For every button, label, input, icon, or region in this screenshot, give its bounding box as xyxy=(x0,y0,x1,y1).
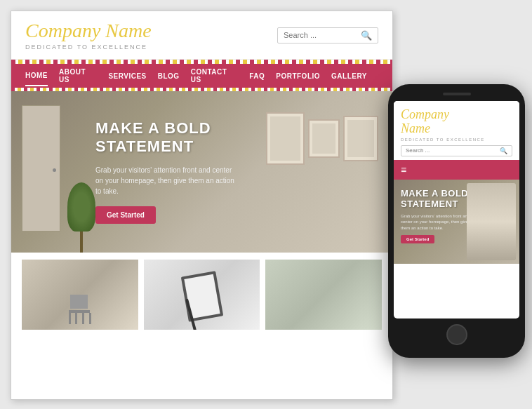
phone-search-input[interactable] xyxy=(406,147,500,154)
nav-item-contact[interactable]: CONTACT US xyxy=(191,62,239,89)
nav-item-home[interactable]: HOME xyxy=(25,66,48,86)
hero-content: MAKE A BOLD STATEMENT Grab your visitors… xyxy=(95,119,236,224)
site-header: Company Name DEDICATED TO EXCELLENCE 🔍 xyxy=(11,11,392,60)
nav-item-faq[interactable]: FAQ xyxy=(249,67,265,86)
phone-logo-title: Company Name xyxy=(401,108,512,136)
site-nav: HOME ABOUT US SERVICES BLOG CONTACT US F… xyxy=(11,64,392,88)
frame-2-inner xyxy=(312,123,335,154)
desktop-mockup: Company Name DEDICATED TO EXCELLENCE 🔍 H… xyxy=(11,11,393,400)
phone-search-area[interactable]: 🔍 xyxy=(401,145,512,156)
hero-subtitle: Grab your visitors' attention front and … xyxy=(95,165,236,196)
chair-leg-2 xyxy=(75,313,77,324)
phone-nav[interactable]: ≡ xyxy=(394,160,519,180)
gallery-thumb-2[interactable] xyxy=(144,260,260,330)
gallery-thumb-3[interactable] xyxy=(265,260,382,330)
frame-1 xyxy=(266,112,305,165)
nav-item-blog[interactable]: BLOG xyxy=(158,67,180,86)
logo-area: Company Name DEDICATED TO EXCELLENCE xyxy=(25,20,152,51)
hero-door-decoration xyxy=(22,105,60,232)
nav-item-services[interactable]: SERVICES xyxy=(108,67,146,86)
nav-item-portfolio[interactable]: PORTFOLIO xyxy=(276,67,320,86)
frame-3 xyxy=(343,116,378,161)
phone-hero-image xyxy=(467,183,516,260)
frame-3-inner xyxy=(347,120,374,157)
phone-header: Company Name DEDICATED TO EXCELLENCE 🔍 xyxy=(394,101,519,160)
phone-screen: Company Name DEDICATED TO EXCELLENCE 🔍 ≡… xyxy=(394,101,519,319)
notebook-decoration xyxy=(180,271,223,322)
chair-leg-1 xyxy=(69,313,71,324)
phone-hero-cta-button[interactable]: Get Started xyxy=(401,235,434,243)
phone-search-icon: 🔍 xyxy=(500,147,507,154)
chair-decoration xyxy=(69,295,91,324)
hero-cta-button[interactable]: Get Started xyxy=(95,206,156,224)
phone-speaker xyxy=(443,93,471,95)
search-area[interactable]: 🔍 xyxy=(277,27,378,43)
chair-leg-3 xyxy=(82,313,84,324)
chair-back xyxy=(70,295,88,309)
search-icon: 🔍 xyxy=(361,30,372,41)
frame-1-inner xyxy=(270,116,300,161)
gallery-thumb-1[interactable] xyxy=(22,260,138,330)
chair-leg-4 xyxy=(89,313,91,324)
frame-2 xyxy=(308,119,340,158)
nav-item-about[interactable]: ABOUT US xyxy=(59,62,97,89)
search-input[interactable] xyxy=(284,31,361,39)
logo-subtitle: DEDICATED TO EXCELLENCE xyxy=(25,43,152,51)
gallery-strip xyxy=(11,253,392,337)
plant-leaves xyxy=(67,182,95,232)
nav-item-gallery[interactable]: GALLERY xyxy=(331,67,367,86)
wall-frames xyxy=(266,112,378,165)
phone-hero-image-inner xyxy=(467,183,516,260)
chair-legs xyxy=(69,313,91,324)
hero-section: MAKE A BOLD STATEMENT Grab your visitors… xyxy=(11,91,392,253)
hamburger-icon[interactable]: ≡ xyxy=(401,164,406,175)
hero-plant-decoration xyxy=(67,182,95,253)
door-knob xyxy=(53,168,56,172)
plant-stem xyxy=(80,232,83,253)
phone-mockup: Company Name DEDICATED TO EXCELLENCE 🔍 ≡… xyxy=(388,84,525,358)
hero-title: MAKE A BOLD STATEMENT xyxy=(95,119,236,156)
phone-logo-subtitle: DEDICATED TO EXCELLENCE xyxy=(401,138,512,142)
logo-title: Company Name xyxy=(25,20,152,42)
phone-home-button[interactable] xyxy=(446,324,467,345)
phone-hero: MAKE A BOLD STATEMENT Grab your visitors… xyxy=(394,180,519,264)
